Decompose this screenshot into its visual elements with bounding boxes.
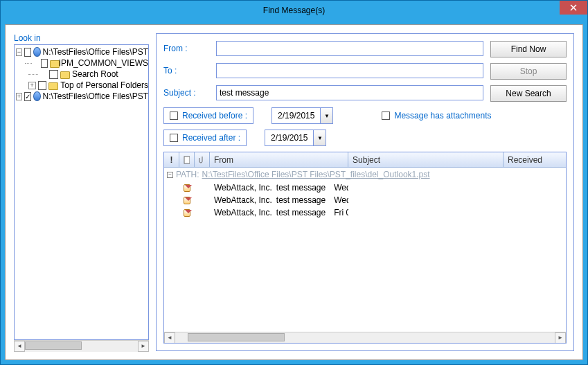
find-messages-window: Find Message(s) Look in −N:\TestFiles\Of…: [0, 0, 588, 365]
path-value: N:\TestFiles\Office Files\PST Files\PST_…: [202, 170, 430, 179]
tree-checkbox[interactable]: ✓: [24, 92, 31, 101]
results-list: ! From Subject Received −PATH: N:\TestFi…: [163, 152, 567, 344]
tree-node-label: N:\TestFiles\Office Files\PST: [43, 91, 148, 101]
column-icon[interactable]: [179, 152, 195, 167]
results-path-row[interactable]: −PATH: N:\TestFiles\Office Files\PST Fil…: [164, 168, 566, 181]
scroll-track[interactable]: [25, 341, 138, 352]
tree-checkbox[interactable]: [38, 81, 47, 90]
from-label: From :: [163, 44, 212, 53]
received-after-datepicker[interactable]: 2/19/2015 ▼: [265, 130, 326, 146]
result-subject: test message: [272, 195, 330, 205]
look-in-label: Look in: [14, 33, 149, 43]
folder-icon: [48, 82, 58, 89]
tree-hscrollbar[interactable]: ◄ ►: [14, 340, 149, 351]
scroll-thumb[interactable]: [188, 333, 285, 341]
mail-icon: [184, 184, 190, 192]
received-after-label: Received after :: [182, 133, 240, 143]
stop-button[interactable]: Stop: [490, 63, 567, 80]
received-after-group: Received after :: [163, 130, 247, 146]
folder-icon: [60, 71, 70, 78]
received-after-checkbox[interactable]: [170, 134, 178, 142]
column-subject[interactable]: Subject: [348, 152, 504, 167]
tree-node[interactable]: Search Root: [15, 69, 148, 80]
tree-node-label: Search Root: [72, 69, 118, 79]
column-attachment[interactable]: [195, 152, 210, 167]
tree-checkbox[interactable]: [41, 59, 48, 68]
tree-checkbox[interactable]: [24, 48, 31, 57]
from-input[interactable]: [216, 41, 483, 56]
scroll-right-button[interactable]: ►: [138, 341, 149, 352]
collapse-icon[interactable]: −: [167, 172, 173, 178]
chevron-down-icon[interactable]: ▼: [313, 130, 326, 145]
result-from: WebAttack, Inc.test messageFri 03/27/20: [210, 208, 348, 217]
result-received: Fri 03/27/20: [330, 208, 348, 217]
path-label: PATH:: [176, 170, 199, 179]
titlebar[interactable]: Find Message(s): [1, 1, 587, 20]
received-before-value: 2/19/2015: [272, 111, 320, 121]
to-label: To :: [163, 66, 212, 75]
look-in-panel: Look in −N:\TestFiles\Office Files\PSTIP…: [14, 33, 149, 351]
result-received: Wed 04/01/2: [330, 195, 348, 205]
new-search-button[interactable]: New Search: [490, 85, 567, 102]
subject-label: Subject :: [163, 88, 212, 98]
to-input[interactable]: [216, 63, 483, 78]
pst-file-icon: [33, 91, 41, 101]
received-before-group: Received before :: [163, 107, 253, 124]
tree-node-label: IPM_COMMON_VIEWS: [59, 58, 148, 68]
pst-file-icon: [33, 47, 41, 57]
tree-checkbox[interactable]: [49, 70, 58, 79]
subject-input[interactable]: [216, 85, 483, 100]
result-received: Wed 04/01/2: [330, 183, 348, 193]
mail-icon: [184, 209, 190, 217]
find-now-button[interactable]: Find Now: [490, 41, 567, 57]
scroll-left-button[interactable]: ◄: [164, 332, 175, 344]
chevron-down-icon[interactable]: ▼: [320, 108, 332, 123]
scroll-track[interactable]: [175, 332, 555, 344]
tree-node-label: N:\TestFiles\Office Files\PST: [43, 47, 148, 57]
scroll-thumb[interactable]: [25, 341, 82, 350]
has-attachments-checkbox[interactable]: [382, 112, 390, 120]
client-area: Look in −N:\TestFiles\Office Files\PSTIP…: [5, 24, 583, 360]
expand-icon[interactable]: +: [16, 93, 22, 100]
tree-node[interactable]: +✓N:\TestFiles\Office Files\PST: [15, 91, 148, 102]
received-before-datepicker[interactable]: 2/19/2015 ▼: [271, 107, 333, 124]
mail-icon: [184, 197, 190, 204]
column-from[interactable]: From: [210, 152, 348, 167]
result-row[interactable]: WebAttack, Inc.test messageWed 04/01/2: [164, 194, 566, 206]
result-row[interactable]: WebAttack, Inc.test messageFri 03/27/20: [164, 206, 566, 219]
svg-rect-0: [184, 157, 190, 163]
window-title: Find Message(s): [1, 6, 587, 15]
column-importance[interactable]: !: [164, 152, 179, 167]
tree-node[interactable]: −N:\TestFiles\Office Files\PST: [15, 46, 148, 57]
tree-node-label: Top of Personal Folders: [60, 80, 148, 90]
result-from: WebAttack, Inc.test messageWed 04/01/2: [210, 195, 348, 205]
results-hscrollbar[interactable]: ◄ ►: [164, 332, 566, 343]
collapse-icon[interactable]: −: [16, 48, 22, 56]
result-subject: test message: [272, 183, 330, 193]
search-panel: From : To : Subject : Find Now Stop: [156, 33, 574, 351]
results-header: ! From Subject Received: [164, 152, 566, 168]
received-before-label: Received before :: [182, 111, 247, 121]
expand-icon[interactable]: +: [28, 82, 36, 89]
tree-node[interactable]: IPM_COMMON_VIEWS: [15, 57, 148, 69]
tree-node[interactable]: +Top of Personal Folders: [15, 80, 148, 91]
received-before-checkbox[interactable]: [170, 112, 178, 120]
received-after-value: 2/19/2015: [265, 133, 313, 143]
column-received[interactable]: Received: [504, 152, 566, 167]
result-row[interactable]: WebAttack, Inc.test messageWed 04/01/2: [164, 181, 566, 194]
scroll-left-button[interactable]: ◄: [14, 341, 25, 352]
result-subject: test message: [272, 208, 330, 217]
folder-icon: [50, 60, 57, 67]
close-button[interactable]: [560, 1, 587, 15]
results-body[interactable]: −PATH: N:\TestFiles\Office Files\PST Fil…: [164, 168, 566, 332]
result-from: WebAttack, Inc.test messageWed 04/01/2: [210, 183, 348, 193]
folder-tree[interactable]: −N:\TestFiles\Office Files\PSTIPM_COMMON…: [14, 44, 149, 340]
search-fields: From : To : Subject : Find Now Stop: [163, 41, 567, 102]
scroll-right-button[interactable]: ►: [555, 332, 566, 344]
has-attachments-label: Message has attachments: [394, 111, 491, 121]
